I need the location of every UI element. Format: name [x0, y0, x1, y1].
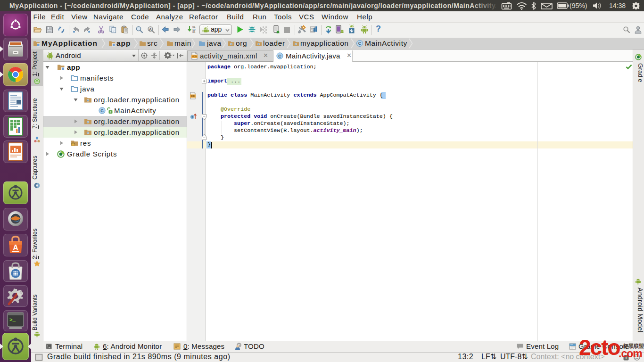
svg-text:<>: <> — [191, 94, 195, 98]
svg-text:C: C — [278, 54, 281, 58]
svg-text:01: 01 — [192, 31, 196, 34]
svg-text:C: C — [358, 41, 362, 46]
svg-text:A: A — [149, 27, 152, 32]
svg-text:>_: >_ — [9, 317, 16, 323]
svg-text:<>: <> — [192, 55, 197, 58]
svg-text:A: A — [13, 244, 18, 252]
svg-text:C: C — [100, 108, 104, 113]
